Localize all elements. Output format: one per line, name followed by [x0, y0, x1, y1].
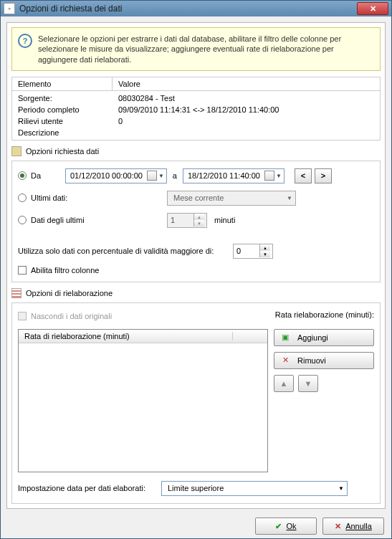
close-button[interactable]: ✕: [357, 2, 388, 15]
move-down-button[interactable]: ▼: [298, 375, 318, 392]
row-date-range: Da 01/12/2010 00:00:00 ▼ a 18/12/2010 11…: [18, 168, 374, 183]
col-element: Elemento: [12, 77, 113, 90]
row-filter: Abilita filtro colonne: [18, 266, 374, 275]
chevron-down-icon: ▼: [338, 485, 344, 492]
chevron-down-icon[interactable]: ▼: [276, 173, 282, 179]
remove-icon: ✕: [280, 356, 290, 365]
spin-down-icon[interactable]: ▼: [194, 220, 204, 226]
app-icon: ▫: [4, 3, 15, 14]
col-value: Valore: [113, 77, 146, 90]
datepicker-to[interactable]: 18/12/2010 11:40:00 ▼: [183, 168, 285, 183]
date-to-value: 18/12/2010 11:40:00: [188, 171, 260, 180]
label-unit: minuti: [214, 216, 235, 224]
row-hide-original: Nascondi i dati originali Rata rielabora…: [18, 310, 374, 322]
check-icon: ✔: [275, 522, 282, 531]
summary-table: Elemento Valore Sorgente:08030284 - Test…: [11, 77, 381, 140]
spinner-validity[interactable]: ▲▼: [233, 244, 273, 259]
reproc-area: Rata di rielaborazione (minuti) ▣ Aggiun…: [18, 329, 374, 472]
section-title: Opzioni di rielaborazione: [26, 289, 113, 297]
info-text: Selezionare le opzioni per estrarre i da…: [38, 34, 374, 65]
table-header: Rata di rielaborazione (minuti): [19, 330, 267, 343]
calendar-icon[interactable]: [264, 171, 274, 181]
side-buttons: ▣ Aggiungi ✕ Rimuovi ▲ ▼: [274, 329, 374, 472]
checkbox-filter[interactable]: [18, 266, 27, 275]
chevron-down-icon: ▼: [287, 195, 292, 201]
label-ultimi-n: Dati degli ultimi: [31, 216, 167, 224]
grid-icon: [11, 288, 21, 298]
spin-up-icon[interactable]: ▲: [260, 244, 270, 251]
titlebar: ▫ Opzioni di richiesta dei dati ✕: [1, 1, 391, 16]
label-validity: Utilizza solo dati con percentuale di va…: [18, 247, 233, 255]
spin-down-icon[interactable]: ▼: [260, 251, 270, 257]
row-validity: Utilizza solo dati con percentuale di va…: [18, 244, 374, 259]
add-label: Aggiungi: [297, 333, 328, 342]
prev-button[interactable]: <: [295, 168, 312, 183]
label-ultimi: Ultimi dati:: [31, 194, 167, 202]
section-body: Nascondi i dati originali Rata rielabora…: [11, 302, 381, 504]
rate-table[interactable]: Rata di rielaborazione (minuti): [18, 329, 268, 472]
move-up-button[interactable]: ▲: [274, 375, 294, 392]
add-button[interactable]: ▣ Aggiungi: [274, 329, 374, 346]
window-title: Opzioni di richiesta dei dati: [19, 4, 357, 14]
summary-row: Sorgente:08030284 - Test: [12, 92, 380, 104]
add-icon: ▣: [280, 333, 290, 342]
section-reprocessing: Opzioni di rielaborazione Nascondi i dat…: [11, 288, 381, 504]
section-title: Opzioni richiesta dati: [26, 147, 99, 156]
remove-label: Rimuovi: [297, 356, 326, 365]
spinner-input[interactable]: [168, 216, 193, 224]
dialog-window: ▫ Opzioni di richiesta dei dati ✕ ? Sele…: [0, 0, 392, 539]
main-panel: ? Selezionare le opzioni per estrarre i …: [6, 22, 386, 509]
radio-da[interactable]: [18, 171, 27, 180]
combo-value: Mese corrente: [173, 194, 224, 202]
section-body: Da 01/12/2010 00:00:00 ▼ a 18/12/2010 11…: [11, 161, 381, 282]
combo-period[interactable]: Mese corrente ▼: [167, 191, 296, 206]
section-header: Opzioni richiesta dati: [11, 146, 381, 156]
radio-ultimi-n[interactable]: [18, 216, 27, 224]
combo-value: Limite superiore: [168, 484, 224, 492]
cross-icon: ✕: [335, 522, 341, 531]
chevron-down-icon[interactable]: ▼: [158, 173, 164, 179]
label-da: Da: [31, 171, 65, 180]
summary-header: Elemento Valore: [12, 77, 380, 91]
label-hide: Nascondi i dati originali: [31, 312, 275, 320]
combo-date-setting[interactable]: Limite superiore ▼: [161, 481, 348, 496]
datepicker-from[interactable]: 01/12/2010 00:00:00 ▼: [65, 168, 167, 183]
row-date-setting: Impostazione data per dati elaborati: Li…: [18, 481, 374, 496]
row-last-n: Dati degli ultimi ▲▼ minuti: [18, 213, 374, 228]
section-request-options: Opzioni richiesta dati Da 01/12/2010 00:…: [11, 146, 381, 282]
content-area: ? Selezionare le opzioni per estrarre i …: [1, 16, 391, 515]
remove-button[interactable]: ✕ Rimuovi: [274, 352, 374, 369]
summary-body: Sorgente:08030284 - Test Periodo complet…: [12, 91, 380, 140]
section-header: Opzioni di rielaborazione: [11, 288, 381, 298]
spinner-minutes[interactable]: ▲▼: [167, 213, 207, 228]
button-bar: ✔ Ok ✕ Annulla: [1, 515, 391, 538]
updown-row: ▲ ▼: [274, 375, 374, 392]
next-button[interactable]: >: [315, 168, 332, 183]
question-icon: ?: [18, 34, 32, 48]
calendar-icon[interactable]: [147, 171, 157, 181]
date-from-value: 01/12/2010 00:00:00: [70, 171, 143, 180]
form-icon: [11, 146, 21, 156]
summary-row: Descrizione: [12, 127, 380, 138]
label-date-setting: Impostazione data per dati elaborati:: [18, 484, 161, 492]
summary-row: Rilievi utente0: [12, 115, 380, 127]
radio-ultimi[interactable]: [18, 194, 27, 202]
col-rate: Rata di rielaborazione (minuti): [24, 332, 233, 340]
label-rate: Rata rielaborazione (minuti):: [275, 310, 374, 319]
checkbox-hide: [18, 312, 27, 320]
row-last-data: Ultimi dati: Mese corrente ▼: [18, 191, 374, 206]
summary-row: Periodo completo09/09/2010 11:14:31 <-> …: [12, 104, 380, 115]
spin-up-icon[interactable]: ▲: [194, 214, 204, 220]
label-a: a: [173, 171, 177, 180]
spinner-input[interactable]: [234, 247, 259, 255]
label-filter: Abilita filtro colonne: [31, 266, 99, 275]
ok-button[interactable]: ✔ Ok: [255, 517, 317, 535]
cancel-button[interactable]: ✕ Annulla: [322, 517, 384, 535]
info-banner: ? Selezionare le opzioni per estrarre i …: [11, 27, 381, 71]
